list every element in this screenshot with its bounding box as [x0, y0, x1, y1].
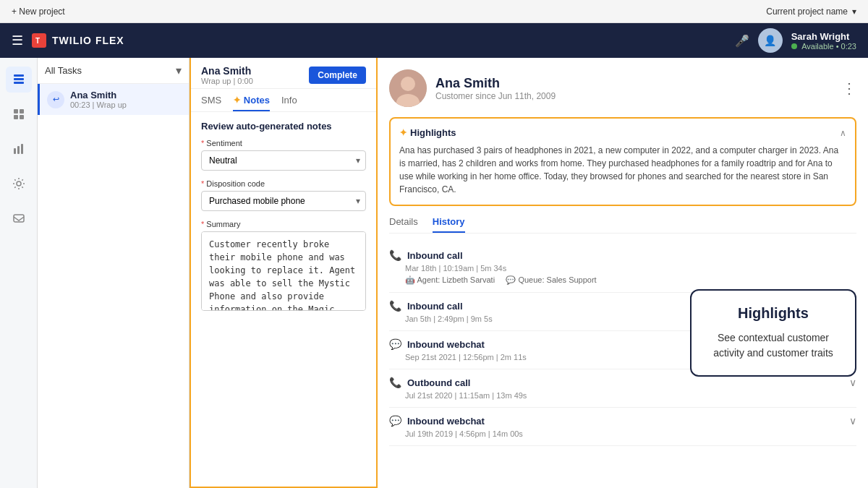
main-content: All Tasks ▾ ↩ Ana Smith 00:23 | Wrap up …	[0, 58, 868, 488]
status-text: Available	[801, 42, 833, 51]
chevron-down-icon[interactable]: ▾	[852, 7, 856, 17]
svg-rect-2	[14, 74, 24, 77]
svg-rect-9	[14, 148, 16, 154]
status-dot	[791, 43, 797, 49]
history-item-header-4: 📞 Outbound call ∨	[389, 377, 856, 388]
svg-point-12	[17, 181, 21, 186]
history-meta-4: Jul 21st 2020 | 11:15am | 13m 49s	[405, 391, 856, 400]
svg-point-15	[401, 77, 415, 91]
history-item-5: 💬 Inbound webchat ∨ Jul 19th 2019 | 4:56…	[389, 408, 856, 446]
tab-details[interactable]: Details	[389, 216, 418, 233]
svg-rect-4	[14, 82, 24, 84]
notes-title-row: Ana Smith Wrap up | 0:00 Complete	[201, 65, 366, 85]
history-item-left-4: 📞 Outbound call	[389, 377, 470, 388]
sidebar-icon-grid[interactable]	[6, 101, 32, 127]
complete-button[interactable]: Complete	[309, 67, 366, 84]
sidebar-icon-settings[interactable]	[6, 171, 32, 197]
tab-sms[interactable]: SMS	[201, 95, 221, 111]
history-type-4: Outbound call	[407, 377, 470, 388]
history-type-2: Inbound call	[407, 301, 463, 312]
queue-label: 💬 Queue: Sales Support	[506, 275, 596, 284]
history-item-header-5: 💬 Inbound webchat ∨	[389, 415, 856, 427]
tab-history[interactable]: History	[433, 216, 465, 233]
user-name: Sarah Wright	[791, 31, 856, 42]
task-icon: ↩	[47, 91, 64, 108]
history-item-header-1: 📞 Inbound call	[389, 249, 856, 261]
current-project-label: Current project name	[766, 7, 848, 17]
nav-right: 🎤 👤 Sarah Wright Available • 0:23	[735, 28, 856, 53]
notes-body: Review auto-generated notes * Sentiment …	[191, 112, 376, 487]
brand-logo: T	[32, 33, 46, 48]
brand-name: TWILIO FLEX	[52, 35, 124, 46]
highlights-star-icon: ✦	[399, 127, 407, 138]
notes-header: Ana Smith Wrap up | 0:00 Complete	[191, 58, 376, 89]
top-bar-left: + New project	[12, 7, 65, 17]
svg-rect-10	[17, 146, 20, 154]
highlights-text: Ana has purchased 3 pairs of headphones …	[399, 144, 846, 196]
call-icon-2: 📞	[389, 300, 401, 312]
hamburger-icon[interactable]: ☰	[12, 33, 23, 48]
svg-rect-11	[21, 144, 23, 154]
notes-agent-name: Ana Smith	[201, 65, 253, 77]
customer-panel: Ana Smith Customer since Jun 11th, 2009 …	[378, 58, 868, 488]
new-project-button[interactable]: + New project	[12, 7, 65, 17]
notes-section-title: Review auto-generated notes	[201, 121, 366, 132]
highlights-callout-description: See contextual customer activity and cus…	[706, 330, 841, 361]
expand-button-5[interactable]: ∨	[849, 415, 856, 427]
agent-label: 🤖 Agent: Lizbeth Sarvati	[405, 275, 495, 284]
task-panel-header: All Tasks ▾	[38, 58, 189, 84]
customer-info: Ana Smith Customer since Jun 11th, 2009	[389, 69, 556, 107]
highlights-header: ✦ Highlights ∧	[399, 127, 846, 138]
call-icon-1: 📞	[389, 249, 401, 261]
highlights-title: ✦ Highlights	[399, 127, 456, 138]
task-panel: All Tasks ▾ ↩ Ana Smith 00:23 | Wrap up	[38, 58, 190, 488]
more-options-button[interactable]: ⋮	[842, 80, 856, 97]
history-item: 📞 Inbound call Mar 18th | 10:19am | 5m 3…	[389, 242, 856, 293]
mic-icon[interactable]: 🎤	[735, 34, 749, 48]
sidebar-icons	[0, 58, 38, 488]
disposition-label: * Disposition code	[201, 179, 366, 188]
svg-text:T: T	[35, 37, 40, 45]
sentiment-select-wrapper: Neutral	[201, 150, 366, 171]
notes-tabs: SMS ✦ Notes Info	[191, 89, 376, 112]
notes-panel: Ana Smith Wrap up | 0:00 Complete SMS ✦ …	[190, 58, 378, 488]
disposition-select-wrapper: Purchased mobile phone	[201, 191, 366, 211]
task-panel-chevron[interactable]: ▾	[176, 64, 182, 77]
call-icon-4: 📞	[389, 377, 401, 388]
status-separator: •	[836, 42, 841, 51]
sidebar-icon-tasks[interactable]	[6, 67, 32, 93]
detail-tabs: Details History	[389, 216, 856, 234]
customer-name: Ana Smith	[435, 76, 556, 91]
history-meta-1: Mar 18th | 10:19am | 5m 34s	[405, 264, 856, 273]
task-item[interactable]: ↩ Ana Smith 00:23 | Wrap up	[38, 84, 189, 115]
top-bar-right: Current project name ▾	[766, 7, 856, 17]
summary-textarea[interactable]: Customer recently broke their mobile pho…	[201, 231, 366, 311]
disposition-select[interactable]: Purchased mobile phone	[201, 191, 366, 211]
history-item-left-3: 💬 Inbound webchat	[389, 338, 485, 350]
history-meta-5: Jul 19th 2019 | 4:56pm | 14m 00s	[405, 429, 856, 438]
user-timer: 0:23	[841, 42, 856, 51]
highlights-callout-title: Highlights	[706, 305, 841, 322]
highlights-collapse-icon[interactable]: ∧	[840, 128, 846, 138]
top-bar: + New project Current project name ▾	[0, 0, 868, 23]
expand-button-4[interactable]: ∨	[849, 377, 856, 388]
nav-left: ☰ T TWILIO FLEX	[12, 33, 124, 48]
svg-rect-3	[14, 78, 24, 80]
brand: T TWILIO FLEX	[32, 33, 124, 48]
tab-notes[interactable]: ✦ Notes	[233, 95, 270, 111]
task-meta: 00:23 | Wrap up	[70, 100, 182, 109]
history-type-5: Inbound webchat	[407, 416, 485, 427]
history-type-3: Inbound webchat	[407, 339, 485, 350]
sidebar-icon-chart[interactable]	[6, 136, 32, 162]
history-sub-1: 🤖 Agent: Lizbeth Sarvati 💬 Queue: Sales …	[405, 275, 856, 285]
task-info: Ana Smith 00:23 | Wrap up	[70, 90, 182, 109]
sidebar-icon-inbox[interactable]	[6, 205, 32, 231]
tab-info[interactable]: Info	[281, 95, 297, 111]
svg-rect-7	[14, 115, 18, 119]
sentiment-select[interactable]: Neutral	[201, 150, 366, 171]
history-item-left-1: 📞 Inbound call	[389, 249, 463, 261]
history-type-1: Inbound call	[407, 250, 463, 261]
svg-rect-8	[20, 115, 24, 119]
customer-avatar	[389, 69, 427, 107]
customer-name-block: Ana Smith Customer since Jun 11th, 2009	[435, 76, 556, 101]
